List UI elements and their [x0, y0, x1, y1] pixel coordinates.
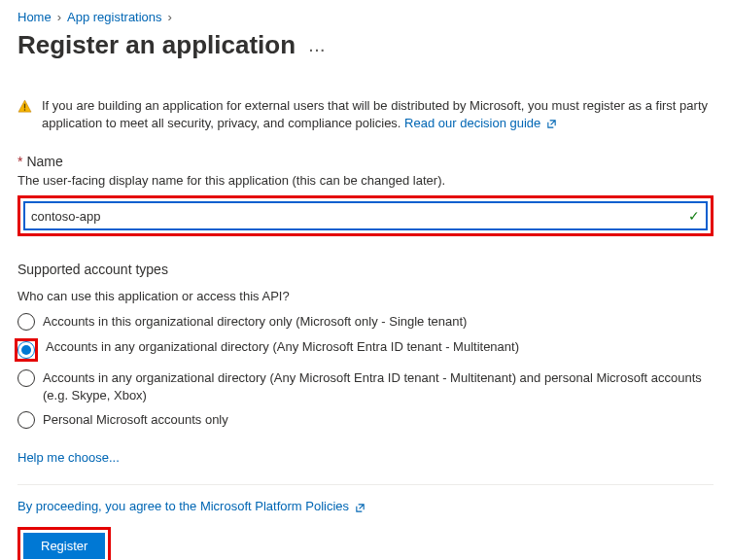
breadcrumb: Home › App registrations ›: [17, 10, 714, 24]
radio-label: Accounts in any organizational directory…: [46, 338, 519, 356]
radio-icon[interactable]: [17, 313, 35, 331]
name-label: *Name: [17, 154, 714, 169]
warning-text: If you are building an application for e…: [42, 97, 714, 132]
radio-option-single-tenant[interactable]: Accounts in this organizational director…: [17, 313, 714, 331]
valid-checkmark-icon: ✓: [688, 208, 700, 224]
platform-policies-text: By proceeding, you agree to the Microsof…: [17, 499, 349, 513]
breadcrumb-home[interactable]: Home: [17, 10, 52, 24]
radio-option-multitenant[interactable]: Accounts in any organizational directory…: [17, 338, 714, 362]
radio-icon-selected[interactable]: [17, 341, 35, 359]
required-indicator: *: [17, 154, 22, 169]
name-help-text: The user-facing display name for this ap…: [17, 173, 714, 188]
decision-guide-link-text: Read our decision guide: [404, 116, 540, 130]
page-title-text: Register an application: [17, 30, 296, 60]
warning-banner: If you are building an application for e…: [17, 97, 714, 132]
register-button-highlight: Register: [17, 527, 111, 560]
radio-label: Accounts in this organizational director…: [43, 313, 467, 331]
svg-rect-0: [24, 104, 25, 109]
breadcrumb-app-registrations[interactable]: App registrations: [67, 10, 162, 24]
name-input[interactable]: [31, 209, 682, 224]
radio-label: Personal Microsoft accounts only: [43, 411, 228, 429]
external-link-icon: [546, 119, 557, 129]
warning-icon: [17, 99, 32, 114]
radio-icon[interactable]: [17, 369, 35, 387]
radio-icon[interactable]: [17, 411, 35, 429]
external-link-icon: [355, 503, 366, 513]
page-title: Register an application ···: [17, 30, 714, 60]
radio-option-personal-only[interactable]: Personal Microsoft accounts only: [17, 411, 714, 429]
platform-policies-link[interactable]: By proceeding, you agree to the Microsof…: [17, 499, 714, 513]
account-types-question: Who can use this application or access t…: [17, 289, 714, 303]
help-me-choose-link[interactable]: Help me choose...: [17, 450, 120, 465]
name-input-highlight: ✓: [17, 195, 714, 236]
radio-option-multitenant-personal[interactable]: Accounts in any organizational directory…: [17, 369, 714, 403]
radio-dot-icon: [21, 345, 31, 355]
radio-label: Accounts in any organizational directory…: [43, 369, 714, 403]
name-label-text: Name: [26, 154, 62, 169]
register-button[interactable]: Register: [23, 533, 105, 559]
chevron-right-icon: ›: [57, 10, 61, 24]
chevron-right-icon: ›: [168, 10, 172, 24]
warning-message: If you are building an application for e…: [42, 98, 708, 130]
svg-rect-1: [24, 109, 25, 110]
account-types-heading: Supported account types: [17, 262, 714, 277]
divider: [17, 484, 714, 485]
more-actions-icon[interactable]: ···: [309, 43, 327, 58]
name-input-container: ✓: [23, 201, 708, 230]
decision-guide-link[interactable]: Read our decision guide: [404, 116, 557, 130]
radio-highlight-box: [15, 338, 38, 362]
